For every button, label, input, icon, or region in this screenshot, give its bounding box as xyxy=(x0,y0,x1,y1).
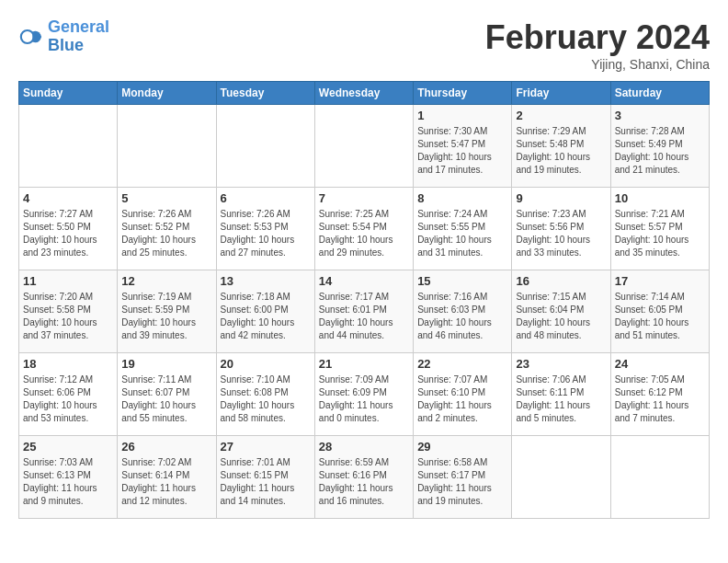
day-number: 14 xyxy=(319,274,409,288)
calendar-week-row: 25Sunrise: 7:03 AM Sunset: 6:13 PM Dayli… xyxy=(19,436,710,519)
calendar-day-cell: 22Sunrise: 7:07 AM Sunset: 6:10 PM Dayli… xyxy=(414,353,512,436)
weekday-header-cell: Wednesday xyxy=(314,82,413,105)
day-number: 2 xyxy=(516,109,606,122)
day-info: Sunrise: 7:30 AM Sunset: 5:47 PM Dayligh… xyxy=(417,125,507,177)
day-number: 24 xyxy=(615,357,705,371)
day-info: Sunrise: 6:59 AM Sunset: 6:16 PM Dayligh… xyxy=(319,456,409,508)
calendar-day-cell: 19Sunrise: 7:11 AM Sunset: 6:07 PM Dayli… xyxy=(118,353,216,436)
calendar-day-cell: 13Sunrise: 7:18 AM Sunset: 6:00 PM Dayli… xyxy=(216,270,314,353)
day-number: 18 xyxy=(23,357,113,371)
day-number: 28 xyxy=(319,440,409,454)
calendar-day-cell: 27Sunrise: 7:01 AM Sunset: 6:15 PM Dayli… xyxy=(216,436,314,519)
logo-text: General Blue xyxy=(48,18,109,55)
day-number: 6 xyxy=(221,191,311,205)
location: Yijing, Shanxi, China xyxy=(485,57,710,72)
weekday-header-cell: Sunday xyxy=(19,82,118,105)
month-title: February 2024 xyxy=(485,18,710,57)
calendar-day-cell: 6Sunrise: 7:26 AM Sunset: 5:53 PM Daylig… xyxy=(216,188,314,270)
calendar-day-cell: 2Sunrise: 7:29 AM Sunset: 5:48 PM Daylig… xyxy=(512,105,610,188)
calendar-day-cell: 16Sunrise: 7:15 AM Sunset: 6:04 PM Dayli… xyxy=(512,270,610,353)
calendar-day-cell: 4Sunrise: 7:27 AM Sunset: 5:50 PM Daylig… xyxy=(19,188,118,270)
day-number: 15 xyxy=(417,274,507,288)
day-number: 9 xyxy=(516,191,606,205)
calendar-day-cell: 7Sunrise: 7:25 AM Sunset: 5:54 PM Daylig… xyxy=(314,188,413,270)
calendar-day-cell: 18Sunrise: 7:12 AM Sunset: 6:06 PM Dayli… xyxy=(19,353,118,436)
day-number: 21 xyxy=(319,357,409,371)
weekday-header-cell: Saturday xyxy=(610,82,709,105)
calendar-day-cell xyxy=(314,105,413,188)
calendar-day-cell: 14Sunrise: 7:17 AM Sunset: 6:01 PM Dayli… xyxy=(314,270,413,353)
day-info: Sunrise: 7:19 AM Sunset: 5:59 PM Dayligh… xyxy=(121,291,211,342)
day-number: 1 xyxy=(417,109,507,122)
calendar-table: SundayMondayTuesdayWednesdayThursdayFrid… xyxy=(18,81,710,519)
day-info: Sunrise: 7:28 AM Sunset: 5:49 PM Dayligh… xyxy=(615,125,705,177)
calendar-day-cell: 23Sunrise: 7:06 AM Sunset: 6:11 PM Dayli… xyxy=(512,353,610,436)
day-info: Sunrise: 7:07 AM Sunset: 6:10 PM Dayligh… xyxy=(417,373,507,425)
day-info: Sunrise: 7:11 AM Sunset: 6:07 PM Dayligh… xyxy=(121,373,211,425)
logo-line1: General xyxy=(48,17,109,36)
calendar-week-row: 1Sunrise: 7:30 AM Sunset: 5:47 PM Daylig… xyxy=(19,105,710,188)
calendar-day-cell: 28Sunrise: 6:59 AM Sunset: 6:16 PM Dayli… xyxy=(314,436,413,519)
day-info: Sunrise: 7:25 AM Sunset: 5:54 PM Dayligh… xyxy=(319,208,409,259)
calendar-day-cell: 5Sunrise: 7:26 AM Sunset: 5:52 PM Daylig… xyxy=(118,188,216,270)
day-number: 11 xyxy=(23,274,113,288)
calendar-day-cell: 10Sunrise: 7:21 AM Sunset: 5:57 PM Dayli… xyxy=(610,188,709,270)
calendar-day-cell: 20Sunrise: 7:10 AM Sunset: 6:08 PM Dayli… xyxy=(216,353,314,436)
day-number: 25 xyxy=(23,440,113,454)
calendar-day-cell xyxy=(118,105,216,188)
day-number: 3 xyxy=(615,109,705,122)
day-info: Sunrise: 7:17 AM Sunset: 6:01 PM Dayligh… xyxy=(319,291,409,342)
day-info: Sunrise: 7:12 AM Sunset: 6:06 PM Dayligh… xyxy=(23,373,113,425)
day-number: 10 xyxy=(615,191,705,205)
calendar-day-cell: 11Sunrise: 7:20 AM Sunset: 5:58 PM Dayli… xyxy=(19,270,118,353)
calendar-body: 1Sunrise: 7:30 AM Sunset: 5:47 PM Daylig… xyxy=(19,105,710,519)
logo: General Blue xyxy=(18,18,109,55)
day-number: 27 xyxy=(221,440,311,454)
day-info: Sunrise: 7:02 AM Sunset: 6:14 PM Dayligh… xyxy=(121,456,211,508)
calendar-day-cell: 15Sunrise: 7:16 AM Sunset: 6:03 PM Dayli… xyxy=(414,270,512,353)
day-info: Sunrise: 7:26 AM Sunset: 5:53 PM Dayligh… xyxy=(221,208,311,259)
day-info: Sunrise: 7:01 AM Sunset: 6:15 PM Dayligh… xyxy=(221,456,311,508)
logo-line2: Blue xyxy=(48,36,84,54)
weekday-header-cell: Tuesday xyxy=(216,82,314,105)
svg-point-0 xyxy=(21,30,34,43)
day-info: Sunrise: 7:05 AM Sunset: 6:12 PM Dayligh… xyxy=(615,373,705,425)
day-number: 5 xyxy=(121,191,211,205)
day-number: 17 xyxy=(615,274,705,288)
day-number: 22 xyxy=(417,357,507,371)
calendar-day-cell: 17Sunrise: 7:14 AM Sunset: 6:05 PM Dayli… xyxy=(610,270,709,353)
calendar-day-cell xyxy=(512,436,610,519)
day-number: 7 xyxy=(319,191,409,205)
day-number: 26 xyxy=(121,440,211,454)
weekday-header-cell: Thursday xyxy=(414,82,512,105)
day-info: Sunrise: 7:03 AM Sunset: 6:13 PM Dayligh… xyxy=(23,456,113,508)
calendar-day-cell: 24Sunrise: 7:05 AM Sunset: 6:12 PM Dayli… xyxy=(610,353,709,436)
weekday-header-cell: Friday xyxy=(512,82,610,105)
day-info: Sunrise: 7:18 AM Sunset: 6:00 PM Dayligh… xyxy=(221,291,311,342)
logo-icon xyxy=(18,24,44,50)
weekday-header-cell: Monday xyxy=(118,82,216,105)
weekday-header-row: SundayMondayTuesdayWednesdayThursdayFrid… xyxy=(19,82,710,105)
day-info: Sunrise: 7:16 AM Sunset: 6:03 PM Dayligh… xyxy=(417,291,507,342)
calendar-day-cell: 3Sunrise: 7:28 AM Sunset: 5:49 PM Daylig… xyxy=(610,105,709,188)
day-number: 12 xyxy=(121,274,211,288)
calendar-day-cell: 25Sunrise: 7:03 AM Sunset: 6:13 PM Dayli… xyxy=(19,436,118,519)
calendar-day-cell: 26Sunrise: 7:02 AM Sunset: 6:14 PM Dayli… xyxy=(118,436,216,519)
calendar-day-cell xyxy=(610,436,709,519)
day-info: Sunrise: 7:23 AM Sunset: 5:56 PM Dayligh… xyxy=(516,208,606,259)
day-number: 19 xyxy=(121,357,211,371)
day-number: 8 xyxy=(417,191,507,205)
calendar-day-cell: 21Sunrise: 7:09 AM Sunset: 6:09 PM Dayli… xyxy=(314,353,413,436)
calendar-day-cell: 29Sunrise: 6:58 AM Sunset: 6:17 PM Dayli… xyxy=(414,436,512,519)
calendar-day-cell: 1Sunrise: 7:30 AM Sunset: 5:47 PM Daylig… xyxy=(414,105,512,188)
day-info: Sunrise: 7:29 AM Sunset: 5:48 PM Dayligh… xyxy=(516,125,606,177)
day-info: Sunrise: 7:15 AM Sunset: 6:04 PM Dayligh… xyxy=(516,291,606,342)
day-info: Sunrise: 7:21 AM Sunset: 5:57 PM Dayligh… xyxy=(615,208,705,259)
day-number: 4 xyxy=(23,191,113,205)
calendar-week-row: 4Sunrise: 7:27 AM Sunset: 5:50 PM Daylig… xyxy=(19,188,710,270)
day-info: Sunrise: 7:06 AM Sunset: 6:11 PM Dayligh… xyxy=(516,373,606,425)
day-info: Sunrise: 7:09 AM Sunset: 6:09 PM Dayligh… xyxy=(319,373,409,425)
calendar-day-cell: 8Sunrise: 7:24 AM Sunset: 5:55 PM Daylig… xyxy=(414,188,512,270)
day-info: Sunrise: 7:27 AM Sunset: 5:50 PM Dayligh… xyxy=(23,208,113,259)
day-info: Sunrise: 7:14 AM Sunset: 6:05 PM Dayligh… xyxy=(615,291,705,342)
